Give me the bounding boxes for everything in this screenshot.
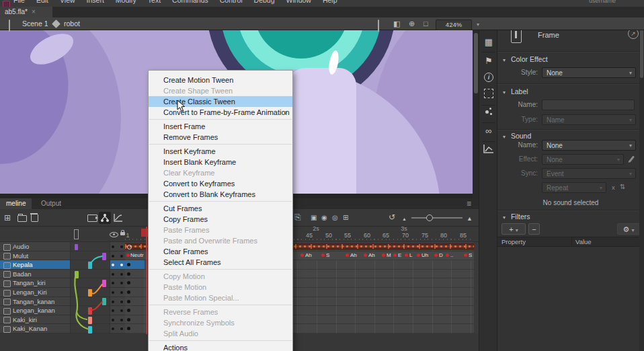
keyframe-dot[interactable]	[382, 254, 385, 257]
lock-dot[interactable]	[120, 273, 123, 276]
align-flag-panel-icon[interactable]: ⚑	[479, 55, 498, 67]
filter-options-button[interactable]: ⚙ ▾	[617, 223, 640, 235]
keyframe-dot[interactable]	[127, 327, 130, 330]
scene-clapperboard-icon[interactable]	[9, 20, 10, 32]
properties-scrollbar[interactable]	[639, 9, 644, 351]
section-color-effect[interactable]: ▾ Color Effect	[503, 55, 548, 63]
menu-help[interactable]: Help	[323, 0, 337, 4]
new-layer-icon[interactable]: ⊞	[4, 212, 11, 223]
menu-item-clear-frames[interactable]: Clear Frames	[149, 246, 292, 257]
menu-item-cut-frames[interactable]: Cut Frames	[149, 203, 292, 214]
menu-item-create-classic-tween[interactable]: Create Classic Tween	[149, 96, 292, 107]
keyframe-dot[interactable]	[464, 254, 467, 257]
zoom-in-mountain-icon[interactable]: ▲	[467, 213, 473, 224]
zoom-out-mountain-icon[interactable]: ▲	[402, 214, 407, 225]
keyframe-dot[interactable]	[393, 254, 397, 257]
section-filters[interactable]: ▾ Filters	[503, 212, 530, 221]
menu-text[interactable]: Text	[148, 0, 161, 4]
collapse-triangle-icon[interactable]: ▾	[503, 134, 506, 140]
menu-item-convert-to-blank-keyframes[interactable]: Convert to Blank Keyframes	[149, 189, 292, 200]
stage-scrollbar-thumb[interactable]	[474, 33, 478, 93]
breadcrumb-scene[interactable]: Scene 1	[22, 17, 48, 30]
keyframe-dot[interactable]	[405, 254, 408, 257]
collapse-triangle-icon[interactable]: ▾	[503, 214, 506, 221]
stage-scrollbar[interactable]	[473, 30, 479, 198]
export-frame-icon[interactable]: ⎘	[294, 212, 301, 223]
keyframe-dot[interactable]	[321, 254, 325, 257]
section-sound[interactable]: ▾ Sound	[503, 132, 531, 140]
keyframe-dot[interactable]	[300, 254, 304, 257]
cc-libraries-panel-icon[interactable]: ∞	[479, 125, 498, 137]
timeline-zoom-slider-knob[interactable]	[426, 214, 433, 221]
lock-dot[interactable]	[120, 245, 123, 248]
lock-dot[interactable]	[120, 301, 123, 303]
graph-view-icon[interactable]	[114, 213, 123, 222]
keyframe-dot[interactable]	[417, 254, 420, 257]
center-stage-icon[interactable]: ⊕	[409, 17, 415, 30]
lock-dot[interactable]	[120, 309, 123, 312]
insert-frame-icon[interactable]: ▣	[311, 212, 317, 223]
lock-dot[interactable]	[120, 255, 123, 258]
lock-dot[interactable]	[120, 291, 123, 294]
zoom-level-select[interactable]: 424% ▾	[436, 20, 472, 30]
menu-control[interactable]: Control	[220, 0, 243, 4]
keyframe-dot[interactable]	[127, 272, 130, 276]
playhead-marker[interactable]	[141, 229, 148, 237]
menu-file[interactable]: File	[13, 0, 25, 4]
camera-icon[interactable]	[87, 214, 97, 222]
playhead-line[interactable]	[146, 227, 147, 334]
clip-content-icon[interactable]: □	[424, 17, 428, 30]
transform-panel-icon[interactable]	[484, 89, 493, 98]
menu-item-insert-keyframe[interactable]: Insert Keyframe	[149, 146, 292, 157]
section-label[interactable]: ▾ Label	[503, 87, 528, 95]
menu-edit[interactable]: Edit	[36, 0, 48, 4]
keyframe-dot[interactable]	[127, 290, 130, 294]
menu-insert[interactable]: Insert	[87, 0, 104, 4]
collapse-triangle-icon[interactable]: ▾	[503, 57, 506, 63]
keyframe-dot[interactable]	[126, 254, 130, 257]
loop-icon[interactable]: ↺	[389, 212, 395, 223]
keyframe-dot[interactable]	[127, 281, 130, 284]
menu-window[interactable]: Window	[286, 0, 311, 4]
delete-layer-icon[interactable]	[31, 214, 38, 222]
info-panel-icon[interactable]: i	[484, 73, 493, 82]
hollow-keyframe-icon[interactable]	[127, 245, 132, 249]
menu-view[interactable]: View	[60, 0, 75, 4]
close-tab-icon[interactable]: ×	[32, 8, 36, 15]
tab-timeline[interactable]: meline	[0, 198, 32, 209]
menu-item-select-all-frames[interactable]: Select All Frames	[149, 257, 292, 268]
label-name-input[interactable]	[542, 100, 635, 110]
menu-item-convert-frame-by-frame[interactable]: Convert to Frame-by-Frame Animation ›	[149, 107, 292, 118]
menu-modify[interactable]: Modify	[116, 0, 136, 4]
keyframe-dot[interactable]	[446, 254, 449, 257]
keyframe-dot[interactable]	[434, 254, 438, 257]
lock-icon[interactable]	[120, 232, 125, 235]
swatches-panel-icon[interactable]: ▦	[479, 36, 498, 48]
edit-scene-button[interactable]	[378, 20, 379, 32]
motion-editor-panel-icon[interactable]	[483, 144, 494, 153]
menu-item-insert-frame[interactable]: Insert Frame	[149, 121, 292, 132]
edit-multiple-frames-icon[interactable]: ⊞	[343, 212, 348, 223]
eye-visibility-icon[interactable]	[110, 232, 118, 237]
keyframe-dot[interactable]	[127, 318, 130, 321]
menu-item-convert-to-keyframes[interactable]: Convert to Keyframes	[149, 178, 292, 189]
panel-menu-icon[interactable]: ≡	[467, 198, 471, 209]
menu-item-create-motion-tween[interactable]: Create Motion Tween	[149, 75, 292, 85]
menu-item-actions[interactable]: Actions	[149, 342, 292, 351]
menu-item-copy-frames[interactable]: Copy Frames	[149, 214, 292, 225]
lock-dot[interactable]	[120, 319, 123, 321]
lock-dot[interactable]	[120, 327, 123, 330]
keyframe-dot[interactable]	[127, 309, 130, 312]
menu-item-remove-frames[interactable]: Remove Frames	[149, 132, 292, 143]
menu-commands[interactable]: Commands	[172, 0, 208, 4]
timeline-zoom-slider-track[interactable]	[411, 217, 462, 219]
style-dropdown[interactable]: None ▾	[542, 67, 636, 78]
new-folder-icon[interactable]	[17, 215, 27, 222]
breadcrumb-symbol[interactable]: robot	[64, 17, 80, 30]
remove-filter-button[interactable]: −	[528, 223, 540, 235]
onion-skin-icon[interactable]: ◉	[321, 212, 327, 223]
document-tab[interactable]: ab5.fla*×	[0, 7, 52, 17]
keyframe-dot[interactable]	[127, 300, 130, 303]
fill-color-button[interactable]: ◧	[393, 17, 400, 30]
keyframe-dot[interactable]	[346, 254, 349, 257]
